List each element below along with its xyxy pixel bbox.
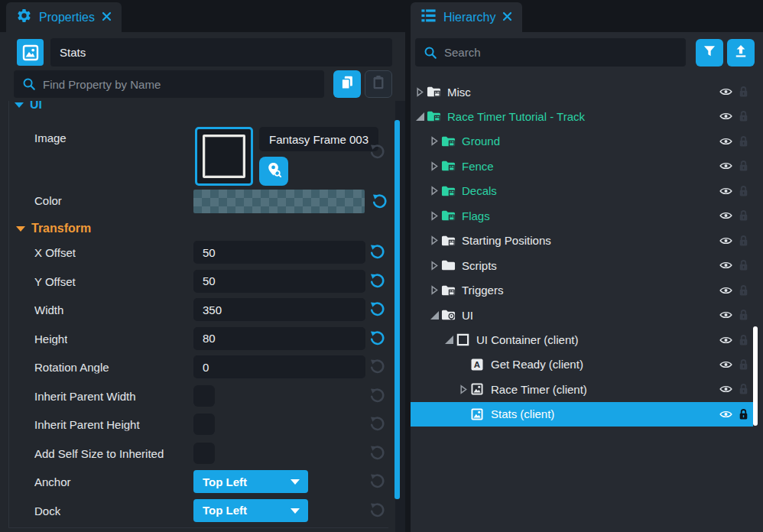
tab-properties[interactable]: Properties [6, 2, 122, 32]
visibility-eye-icon[interactable] [719, 137, 732, 146]
reset-dock-button[interactable] [369, 502, 385, 518]
reset-anchor-button[interactable] [369, 473, 385, 489]
tree-arrow[interactable] [428, 135, 440, 148]
reset-rotation-angle-button[interactable] [369, 358, 385, 375]
close-icon[interactable] [102, 11, 112, 24]
dock-dropdown[interactable]: Top Left [193, 499, 308, 522]
lock-icon[interactable] [739, 110, 748, 122]
tree-arrow[interactable] [457, 383, 469, 395]
tree-node-get-ready-client[interactable]: A Get Ready (client) [411, 352, 753, 377]
tree-arrow[interactable] [443, 334, 455, 346]
section-bottom-line [8, 527, 388, 528]
tree-node-label: Stats (client) [491, 407, 554, 420]
visibility-eye-icon[interactable] [719, 410, 732, 419]
object-name-input[interactable] [50, 38, 392, 66]
section-transform[interactable]: Transform [16, 222, 91, 235]
lock-icon[interactable] [739, 408, 748, 420]
visibility-eye-icon[interactable] [719, 187, 732, 196]
tree-arrow[interactable] [457, 358, 469, 371]
reset-inherit-parent-width-button[interactable] [369, 388, 385, 404]
tree-arrow[interactable] [414, 86, 426, 98]
tree-node-stats-client[interactable]: Stats (client) [411, 402, 753, 427]
lock-icon[interactable] [739, 309, 748, 321]
tree-node-decals[interactable]: Decals [411, 179, 753, 203]
lock-icon[interactable] [739, 185, 748, 197]
collapsed-arrow-icon [430, 136, 438, 146]
lock-icon[interactable] [739, 86, 748, 98]
tree-arrow[interactable] [457, 408, 469, 420]
tree-arrow[interactable] [428, 309, 440, 321]
visibility-eye-icon[interactable] [719, 336, 732, 345]
find-asset-button[interactable] [259, 157, 288, 186]
reset-x-offset-button[interactable] [369, 244, 385, 260]
properties-scrollbar-thumb[interactable] [394, 120, 400, 499]
visibility-eye-icon[interactable] [719, 286, 732, 295]
visibility-eye-icon[interactable] [719, 310, 732, 320]
visibility-eye-icon[interactable] [719, 384, 732, 394]
reset-add-self-size-to-inherited-button[interactable] [369, 445, 385, 461]
image-asset-chip[interactable]: Fantasy Frame 003 [259, 127, 378, 151]
lock-icon[interactable] [739, 135, 748, 148]
x-offset-input[interactable] [193, 241, 365, 264]
lock-icon[interactable] [739, 358, 748, 371]
tree-node-starting-positions[interactable]: Starting Positions [411, 229, 753, 253]
tab-hierarchy[interactable]: Hierarchy [411, 2, 522, 32]
reset-y-offset-button[interactable] [369, 273, 385, 289]
tree-node-fence[interactable]: Fence [411, 154, 753, 178]
inherit-parent-height-checkbox[interactable] [193, 414, 215, 435]
tree-arrow[interactable] [428, 209, 440, 222]
lock-icon[interactable] [739, 209, 748, 222]
visibility-eye-icon[interactable] [719, 161, 732, 170]
reset-image-button[interactable] [369, 144, 385, 160]
lock-icon[interactable] [739, 160, 748, 172]
visibility-eye-icon[interactable] [719, 112, 732, 121]
tree-node-label: Misc [447, 86, 471, 99]
section-ui[interactable]: UI [15, 101, 42, 112]
tree-arrow[interactable] [428, 259, 440, 271]
visibility-eye-icon[interactable] [719, 360, 732, 369]
tree-arrow[interactable] [414, 110, 426, 122]
lock-icon[interactable] [739, 334, 748, 346]
tree-node-misc[interactable]: Misc [411, 79, 753, 104]
visibility-eye-icon[interactable] [719, 261, 732, 270]
tree-node-scripts[interactable]: Scripts [411, 253, 753, 277]
visibility-eye-icon[interactable] [719, 236, 732, 245]
tree-node-ground[interactable]: Ground [411, 129, 753, 154]
tree-node-triggers[interactable]: Triggers [411, 278, 753, 303]
prop-row-y-offset: Y Offset [0, 270, 405, 293]
reset-width-button[interactable] [369, 301, 385, 317]
tree-arrow[interactable] [428, 160, 440, 172]
prop-row-inherit-parent-width: Inherit Parent Width [0, 384, 405, 407]
lock-icon[interactable] [739, 259, 748, 271]
close-icon[interactable] [502, 11, 512, 24]
lock-icon[interactable] [739, 284, 748, 297]
rotation-angle-input[interactable] [193, 355, 365, 378]
height-input[interactable] [193, 327, 365, 350]
tree-arrow[interactable] [428, 185, 440, 197]
find-property-input[interactable] [14, 70, 324, 98]
lock-icon[interactable] [739, 235, 748, 247]
add-self-size-to-inherited-checkbox[interactable] [193, 443, 215, 464]
tree-node-race-timer-client[interactable]: Race Timer (client) [411, 377, 753, 401]
reset-inherit-parent-height-button[interactable] [369, 416, 385, 432]
tree-arrow[interactable] [428, 235, 440, 247]
visibility-eye-icon[interactable] [719, 87, 732, 96]
paste-properties-button[interactable] [365, 70, 392, 98]
image-preview[interactable] [195, 127, 253, 186]
inherit-parent-width-checkbox[interactable] [193, 385, 215, 407]
visibility-eye-icon[interactable] [719, 211, 732, 220]
lock-icon[interactable] [739, 383, 748, 395]
tree-node-race-timer-tutorial-track[interactable]: Race Timer Tutorial - Track [411, 104, 753, 128]
anchor-dropdown[interactable]: Top Left [193, 470, 308, 493]
reset-height-button[interactable] [369, 330, 385, 346]
color-swatch[interactable] [193, 190, 365, 213]
y-offset-input[interactable] [193, 270, 365, 293]
copy-properties-button[interactable] [333, 70, 361, 98]
reset-color-button[interactable] [372, 193, 388, 209]
tree-node-ui[interactable]: UI [411, 303, 753, 327]
tree-arrow[interactable] [428, 284, 440, 297]
tree-node-ui-container-client[interactable]: UI Container (client) [411, 328, 753, 352]
width-input[interactable] [193, 298, 365, 321]
tree-node-flags[interactable]: Flags [411, 203, 753, 228]
hierarchy-scrollbar-thumb[interactable] [753, 326, 758, 426]
